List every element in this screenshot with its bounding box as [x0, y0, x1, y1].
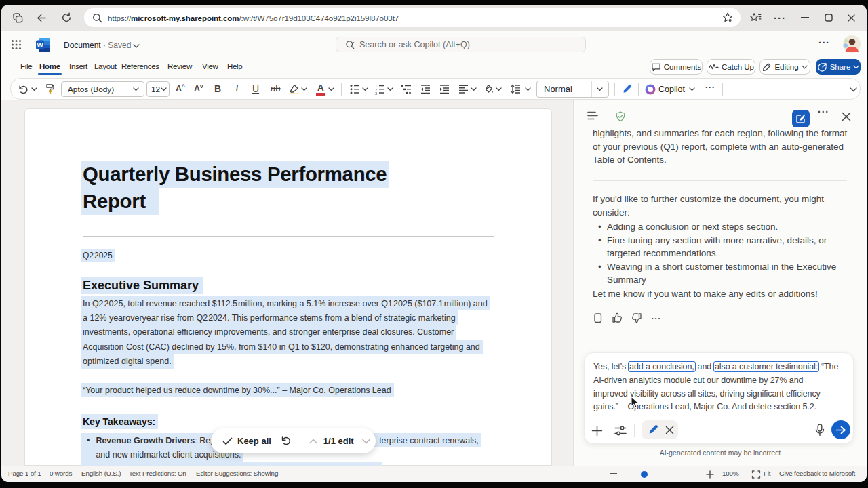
svg-text:3: 3	[375, 92, 377, 95]
svg-text:W: W	[37, 41, 43, 49]
